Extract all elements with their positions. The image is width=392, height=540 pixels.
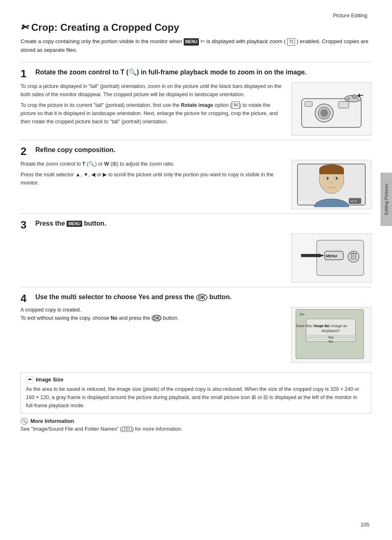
svg-text:W: W: [347, 97, 350, 101]
note-title-text: Image Size: [36, 376, 63, 383]
intro-crop-icon: ✄: [201, 38, 207, 44]
more-info-title: 🔍 More Information: [21, 418, 371, 425]
step-3-title: Press the MENU button.: [35, 219, 371, 228]
svg-point-17: [336, 177, 338, 179]
side-tab-label: Editing Pictures: [384, 184, 389, 215]
svg-text:Save this image as: Save this image as: [314, 323, 348, 328]
step-3-image: MENU: [291, 233, 371, 283]
step-4-number: 4: [21, 293, 30, 304]
step-4-text: A cropped copy is created. To exit witho…: [21, 307, 285, 362]
svg-text:T: T: [356, 97, 358, 101]
step-2-number: 2: [21, 146, 30, 157]
page-label: Picture Editing: [21, 12, 371, 18]
svg-text:Yes: Yes: [328, 335, 334, 339]
image-size-note: ✏ Image Size As the area to be saved is …: [21, 372, 371, 413]
svg-text:MENU✄: MENU✄: [300, 200, 312, 204]
step-2: 2 Refine copy composition. Rotate the zo…: [21, 140, 371, 213]
step-3-header: 3 Press the MENU button.: [21, 219, 371, 230]
page-title-label: Picture Editing: [333, 12, 367, 18]
svg-text:MENU: MENU: [326, 254, 337, 258]
step-1-title: Rotate the zoom control to T (🔍) in full…: [35, 68, 371, 77]
intro-paragraph: Create a copy containing only the portio…: [21, 37, 371, 55]
svg-point-16: [327, 177, 329, 179]
more-info-ref: 151: [122, 427, 132, 432]
intro-ref: 72: [287, 38, 295, 46]
step-4-body: A cropped copy is created. To exit witho…: [21, 307, 371, 362]
svg-text:✄: ✄: [299, 311, 305, 318]
step-2-header: 2 Refine copy composition.: [21, 146, 371, 157]
step-1-header: 1 Rotate the zoom control to T (🔍) in fu…: [21, 68, 371, 79]
side-tab: Editing Pictures: [380, 173, 392, 226]
chapter-title: ✄ Crop: Creating a Cropped Copy: [21, 22, 371, 33]
note-title: ✏ Image Size: [26, 376, 366, 383]
crop-icon: ✄: [21, 22, 28, 33]
title-text: Crop: Creating a Cropped Copy: [31, 22, 179, 33]
intro-text1: Create a copy containing only the portio…: [21, 38, 184, 44]
svg-rect-5: [305, 102, 312, 106]
step-3: 3 Press the MENU button. MENU: [21, 213, 371, 287]
step-2-text: Rotate the zoom control to T (🔍) or W (⊞…: [21, 160, 285, 187]
step-1-svg: W T: [293, 84, 369, 134]
step-4: 4 Use the multi selector to choose Yes a…: [21, 287, 371, 367]
svg-point-9: [352, 95, 356, 99]
svg-rect-4: [339, 102, 349, 108]
page-container: Picture Editing Editing Pictures ✄ Crop:…: [0, 0, 392, 540]
svg-text:displayed?: displayed?: [321, 328, 340, 333]
step-1-body: To crop a picture displayed in "tall" (p…: [21, 82, 371, 136]
step-1-image: W T: [291, 82, 371, 136]
svg-rect-33: [301, 254, 320, 257]
page-number: 105: [360, 522, 369, 528]
step-4-svg: ✄ Save this image as Save this image as …: [292, 307, 368, 361]
step-3-text: [21, 233, 285, 266]
step-1-number: 1: [21, 68, 30, 79]
intro-text2: is displayed with playback zoom (: [206, 38, 286, 44]
more-info-section: 🔍 More Information See "Image/Sound File…: [21, 418, 371, 432]
more-info-title-text: More Information: [30, 418, 74, 424]
step-1-text: To crop a picture displayed in "tall" (p…: [21, 82, 285, 126]
menu-badge-intro: MENU: [184, 38, 199, 46]
step-3-svg: MENU: [293, 236, 369, 279]
step-4-header: 4 Use the multi selector to choose Yes a…: [21, 293, 371, 304]
svg-point-3: [321, 110, 327, 116]
step-2-svg: MENU✄ x2.0: [293, 162, 369, 207]
svg-text:x2.0: x2.0: [350, 199, 357, 203]
note-body-text: As the area to be saved is reduced, the …: [26, 385, 366, 410]
page-number-text: 105: [360, 522, 369, 528]
more-info-icon: 🔍: [21, 418, 28, 425]
menu-badge-step3: MENU: [67, 221, 82, 227]
step-3-number: 3: [21, 219, 30, 230]
step-1: 1 Rotate the zoom control to T (🔍) in fu…: [21, 62, 371, 140]
more-info-text: See "Image/Sound File and Folder Names" …: [21, 426, 371, 432]
step-2-title: Refine copy composition.: [35, 146, 371, 155]
step-4-dialog-image: ✄ Save this image as Save this image as …: [291, 307, 371, 362]
step-2-image: MENU✄ x2.0: [291, 160, 371, 209]
svg-text:No: No: [328, 339, 333, 344]
step-3-body: MENU: [21, 233, 371, 283]
step-2-body: Rotate the zoom control to T (🔍) or W (⊞…: [21, 160, 371, 209]
note-icon: ✏: [26, 376, 33, 383]
svg-rect-13: [319, 169, 344, 174]
step-4-title: Use the multi selector to choose Yes and…: [35, 293, 371, 302]
step1-ref1: 94: [232, 102, 240, 109]
